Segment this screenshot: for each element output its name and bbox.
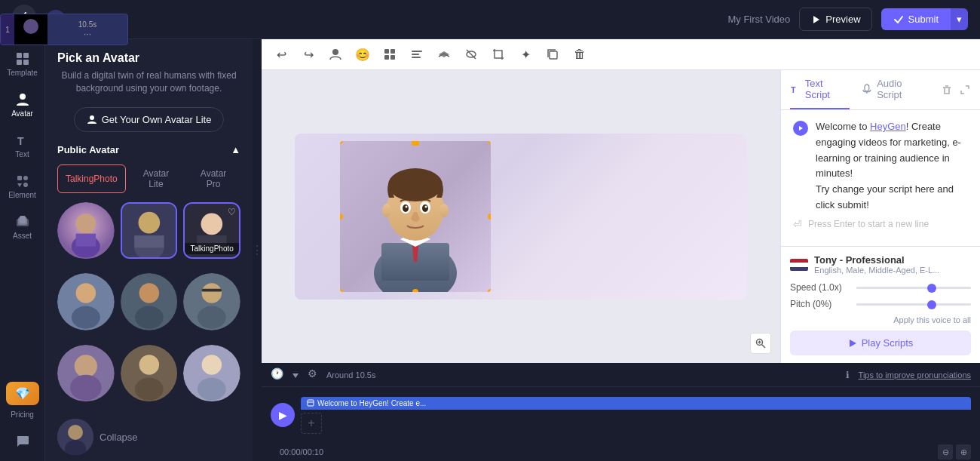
svg-rect-8 [17, 176, 22, 180]
talking-photo-label: TalkingPhoto [185, 243, 239, 254]
redo-button[interactable]: ↪ [298, 44, 319, 65]
layers-button[interactable] [433, 44, 455, 65]
svg-text:T: T [17, 135, 24, 147]
collapse-button[interactable]: Collapse [100, 432, 138, 443]
expand-script-icon[interactable] [959, 84, 971, 96]
avatar-item-7[interactable] [57, 345, 115, 402]
submit-button[interactable]: Submit [881, 8, 951, 30]
svg-point-21 [138, 211, 160, 233]
handle-top-middle[interactable] [412, 141, 419, 146]
canvas-avatar[interactable] [340, 141, 491, 292]
svg-rect-87 [308, 400, 314, 406]
sidebar-item-asset[interactable]: Asset [3, 208, 42, 246]
preview-button[interactable]: Preview [799, 8, 871, 31]
submit-dropdown-button[interactable]: ▾ [951, 8, 968, 30]
align-toolbar-icon [410, 48, 424, 61]
svg-rect-4 [17, 60, 22, 65]
right-panel: T Text Script Audio Script [780, 70, 980, 363]
avatar-item-8[interactable] [121, 345, 178, 402]
tab-audio-script[interactable]: Audio Script [862, 70, 929, 109]
trash-script-icon[interactable] [941, 84, 953, 96]
sidebar-item-template[interactable]: Template [3, 45, 42, 83]
pitch-slider[interactable] [856, 303, 971, 306]
avatar-item-9[interactable] [183, 345, 240, 402]
timeline-clip[interactable]: 1 10.5s ··· [0, 39, 128, 45]
avatar-item-3[interactable]: TalkingPhoto ♡ [183, 202, 240, 260]
svg-rect-19 [76, 233, 96, 246]
tab-text-script[interactable]: T Text Script [790, 70, 850, 109]
handle-bottom-right[interactable] [488, 289, 491, 292]
svg-point-73 [422, 204, 428, 212]
script-text[interactable]: Welcome to HeyGen! Create engaging video… [816, 119, 968, 214]
ai-icon[interactable]: ⚙ [308, 367, 317, 382]
avatar-item-1[interactable] [57, 202, 115, 260]
svg-rect-60 [550, 51, 557, 59]
zoom-button[interactable] [750, 333, 771, 354]
voice-description: English, Male, Middle-Aged, E-L... [814, 266, 939, 275]
chat-icon [15, 434, 30, 449]
translate-icon[interactable] [289, 367, 302, 382]
heygen-link[interactable]: HeyGen [870, 121, 906, 132]
svg-point-72 [403, 204, 409, 212]
person-toolbar-icon [329, 48, 342, 61]
avatar-toolbar-button[interactable] [325, 44, 346, 65]
project-name: My First Video [727, 14, 790, 25]
avatar-item-4[interactable] [57, 273, 115, 330]
clock-icon[interactable]: 🕐 [271, 367, 283, 382]
sidebar: Template Avatar T Text Element Asset [0, 39, 45, 461]
sidebar-item-pricing[interactable]: 💎 Pricing [3, 373, 42, 425]
collapse-row: Collapse [45, 413, 253, 461]
play-icon [848, 339, 857, 348]
timeline-time-display: 00:00/00:10 [271, 444, 332, 459]
handle-bottom-middle[interactable] [412, 289, 418, 292]
hide-button[interactable] [461, 44, 482, 65]
avatar-item-6[interactable] [183, 273, 240, 330]
editor-center: T Text Script Audio Script [262, 70, 980, 363]
svg-rect-3 [23, 53, 29, 58]
layers-toolbar-icon [437, 48, 451, 61]
avatar-grid: TalkingPhoto ♡ [45, 199, 253, 413]
text-align-button[interactable] [406, 44, 427, 65]
add-clip-button[interactable]: + [301, 413, 322, 434]
tab-avatar-lite[interactable]: Avatar Lite [129, 164, 183, 193]
layout-button[interactable] [379, 44, 400, 65]
handle-right-middle[interactable] [488, 214, 491, 220]
clip-index: 1 [1, 39, 14, 45]
svg-point-39 [75, 355, 97, 377]
copy-toolbar-icon [546, 48, 559, 61]
delete-button[interactable]: 🗑 [569, 44, 590, 65]
tips-link[interactable]: Tips to improve pronunciations [859, 370, 971, 380]
svg-marker-85 [799, 126, 803, 131]
top-right-controls: My First Video Preview Submit ▾ [727, 8, 968, 31]
editor-main: ↩ ↪ 😊 [262, 39, 980, 461]
duplicate-button[interactable] [542, 44, 563, 65]
timeline-play-button[interactable]: ▶ [271, 403, 295, 427]
tab-avatar-pro[interactable]: Avatar Pro [186, 164, 240, 193]
script-tabs: T Text Script Audio Script [781, 70, 980, 110]
sidebar-item-element[interactable]: Element [3, 167, 42, 205]
crop-button[interactable] [488, 44, 509, 65]
sidebar-item-text[interactable]: T Text [3, 127, 42, 164]
avatar-item-2[interactable] [121, 202, 178, 260]
speed-slider[interactable] [856, 287, 971, 289]
svg-point-75 [425, 206, 427, 208]
svg-point-35 [202, 283, 222, 303]
timeline-collapse-button[interactable]: ⊖ [938, 444, 953, 459]
voice-row: Tony - Professional English, Male, Middl… [790, 254, 971, 275]
play-script-icon[interactable] [793, 121, 808, 136]
svg-text:T: T [791, 85, 796, 94]
sidebar-item-avatar[interactable]: Avatar [3, 86, 42, 124]
grid-icon [15, 51, 30, 66]
magic-button[interactable]: ✦ [515, 44, 536, 65]
undo-button[interactable]: ↩ [271, 44, 292, 65]
emoji-button[interactable]: 😊 [352, 44, 373, 65]
top-bar: HeyGen My First Video Preview Submit ▾ [0, 0, 980, 39]
svg-point-36 [198, 306, 226, 329]
play-scripts-button[interactable]: Play Scripts [790, 330, 971, 355]
timeline-expand-button[interactable]: ⊕ [956, 444, 971, 459]
get-avatar-button[interactable]: Get Your Own Avatar Lite [74, 107, 225, 132]
sidebar-item-help[interactable] [3, 428, 42, 455]
tab-talking-photo[interactable]: TalkingPhoto [57, 164, 126, 193]
resize-handle[interactable]: ⋮ [253, 39, 262, 461]
avatar-item-5[interactable] [121, 273, 178, 330]
